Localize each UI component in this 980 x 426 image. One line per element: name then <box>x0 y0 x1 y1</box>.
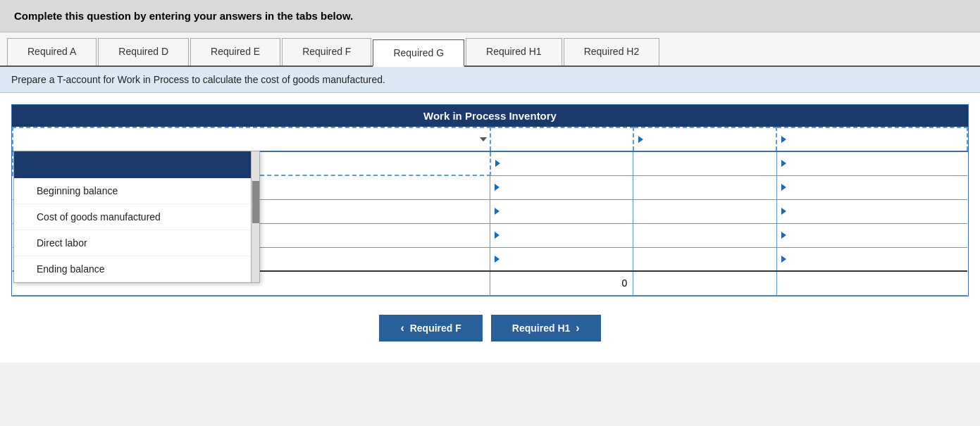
dropdown-cell-left[interactable]: Beginning balance Cost of goods manufact… <box>13 127 490 151</box>
mid-cell-2[interactable] <box>490 151 633 175</box>
tab-required-d[interactable]: Required D <box>98 38 189 65</box>
dropdown-scrollbar[interactable] <box>251 151 259 282</box>
prev-arrow-icon: ‹ <box>400 322 404 334</box>
mid-cell-1b <box>633 127 776 151</box>
mid-cell-1[interactable] <box>490 127 633 151</box>
instruction-bar: Prepare a T-account for Work in Process … <box>0 67 980 93</box>
tab-required-f[interactable]: Required F <box>282 38 371 65</box>
dropdown-item-ending-balance[interactable]: Ending balance <box>14 256 259 282</box>
prev-button-label: Required F <box>410 322 461 334</box>
mid-cell-2b <box>633 151 776 175</box>
row-pointer-3 <box>495 184 500 191</box>
t-account-title: Work in Process Inventory <box>12 105 968 127</box>
row-pointer-icon <box>638 136 643 143</box>
dropdown-arrow-icon <box>480 137 487 142</box>
bottom-nav: ‹ Required F Required H1 › <box>11 305 969 351</box>
mid-cell-3b <box>633 175 776 199</box>
header-text: Complete this question by entering your … <box>14 10 353 22</box>
mid-cell-5[interactable] <box>490 223 633 247</box>
row-pointer-r2 <box>781 160 786 167</box>
row-pointer-6 <box>495 256 500 263</box>
right-cell-6[interactable] <box>776 247 967 271</box>
row-pointer-r3 <box>781 184 786 191</box>
mid-cell-6b <box>633 247 776 271</box>
tab-required-e[interactable]: Required E <box>190 38 280 65</box>
dropdown-item-beginning-balance[interactable]: Beginning balance <box>14 178 259 204</box>
right-cell-5[interactable] <box>776 223 967 247</box>
tab-required-g[interactable]: Required G <box>373 39 464 67</box>
total-mid2 <box>633 271 776 295</box>
mid-cell-6[interactable] <box>490 247 633 271</box>
row-pointer-2 <box>495 160 500 167</box>
t-account-table: Beginning balance Cost of goods manufact… <box>12 127 968 296</box>
mid-cell-5b <box>633 223 776 247</box>
mid-cell-4b <box>633 199 776 223</box>
prev-button[interactable]: ‹ Required F <box>379 315 482 342</box>
dropdown-header-bg <box>14 151 259 178</box>
main-content: Work in Process Inventory <box>0 93 980 363</box>
tab-required-h2[interactable]: Required H2 <box>564 38 660 65</box>
header-banner: Complete this question by entering your … <box>0 0 980 32</box>
t-account-wrapper: Work in Process Inventory <box>11 104 969 296</box>
tab-bar: Required A Required D Required E Require… <box>0 32 980 67</box>
row-pointer-4 <box>495 208 500 215</box>
instruction-text: Prepare a T-account for Work in Process … <box>11 74 385 85</box>
tab-required-h1[interactable]: Required H1 <box>466 38 562 65</box>
mid-cell-4[interactable] <box>490 199 633 223</box>
page-wrapper: Complete this question by entering your … <box>0 0 980 426</box>
tab-required-a[interactable]: Required A <box>7 38 97 65</box>
total-right[interactable] <box>776 271 967 295</box>
row-pointer-icon-r <box>781 136 786 143</box>
right-cell-3[interactable] <box>776 175 967 199</box>
row-pointer-r5 <box>781 232 786 239</box>
dropdown-item-cost-of-goods[interactable]: Cost of goods manufactured <box>14 204 259 230</box>
right-cell-4[interactable] <box>776 199 967 223</box>
dropdown-item-direct-labor[interactable]: Direct labor <box>14 230 259 256</box>
right-cell-1[interactable] <box>776 127 967 151</box>
right-cell-2[interactable] <box>776 151 967 175</box>
total-mid[interactable]: 0 <box>490 271 633 295</box>
dropdown-menu[interactable]: Beginning balance Cost of goods manufact… <box>13 151 260 283</box>
total-mid-value: 0 <box>621 277 627 289</box>
mid-cell-3[interactable] <box>490 175 633 199</box>
next-button-label: Required H1 <box>512 322 570 334</box>
next-button[interactable]: Required H1 › <box>491 315 601 342</box>
row-pointer-r4 <box>781 208 786 215</box>
next-arrow-icon: › <box>576 322 579 334</box>
scrollbar-thumb <box>252 181 259 223</box>
row-pointer-5 <box>495 232 500 239</box>
table-row: Beginning balance Cost of goods manufact… <box>13 127 967 151</box>
row-pointer-r6 <box>781 256 786 263</box>
